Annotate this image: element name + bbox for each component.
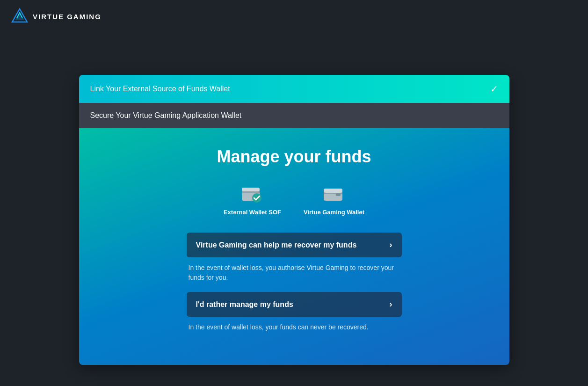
logo-text: VIRTUE GAMING — [33, 13, 102, 21]
step1-label: Link Your External Source of Funds Walle… — [90, 85, 230, 93]
option-section: Virtue Gaming can help me recover my fun… — [187, 233, 402, 342]
check-icon: ✓ — [490, 83, 498, 95]
virtue-wallet-label: Virtue Gaming Wallet — [304, 209, 364, 216]
external-wallet-item: External Wallet SOF — [224, 182, 281, 216]
step1-bar[interactable]: Link Your External Source of Funds Walle… — [79, 75, 509, 103]
svg-rect-8 — [324, 189, 342, 193]
manage-funds-button[interactable]: I'd rather manage my funds › — [187, 292, 402, 317]
svg-rect-4 — [242, 188, 260, 191]
step2-label: Secure Your Virtue Gaming Application Wa… — [90, 111, 242, 120]
virtue-wallet-icon — [321, 182, 347, 205]
card-content: Manage your funds Exter — [79, 128, 509, 365]
main-card: Link Your External Source of Funds Walle… — [79, 75, 509, 365]
step2-bar[interactable]: Secure Your Virtue Gaming Application Wa… — [79, 103, 509, 128]
external-wallet-svg — [240, 182, 264, 204]
virtue-wallet-svg — [322, 182, 346, 204]
recover-funds-description: In the event of wallet loss, you authori… — [187, 259, 402, 292]
page-title: Manage your funds — [217, 147, 371, 167]
manage-funds-label: I'd rather manage my funds — [196, 300, 293, 309]
svg-rect-9 — [336, 193, 341, 196]
virtue-gaming-logo-icon — [11, 8, 28, 25]
manage-funds-description: In the event of wallet loss, your funds … — [187, 319, 402, 342]
chevron-right-icon-2: › — [390, 299, 392, 309]
header: VIRTUE GAMING — [0, 0, 588, 33]
wallets-row: External Wallet SOF Virtue Gaming Walle — [224, 182, 364, 216]
external-wallet-label: External Wallet SOF — [224, 209, 281, 216]
virtue-wallet-item: Virtue Gaming Wallet — [304, 182, 364, 216]
recover-funds-button[interactable]: Virtue Gaming can help me recover my fun… — [187, 233, 402, 257]
recover-funds-label: Virtue Gaming can help me recover my fun… — [196, 241, 357, 249]
external-wallet-icon — [239, 182, 265, 205]
logo: VIRTUE GAMING — [11, 8, 102, 25]
chevron-right-icon: › — [390, 240, 392, 250]
